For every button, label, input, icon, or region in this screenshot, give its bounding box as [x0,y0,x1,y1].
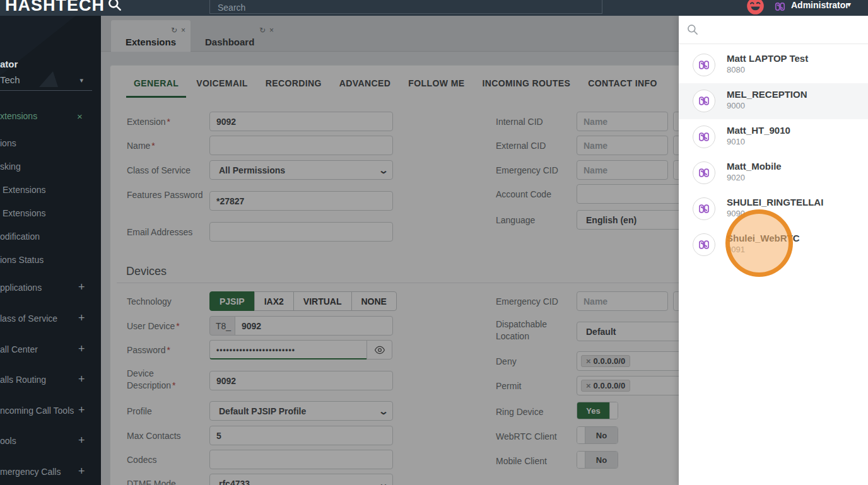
emergency-cid-label: Emergency CID [496,165,573,177]
app-logo: HASHTECH [5,0,105,15]
tab-contact-info[interactable]: CONTACT INFO [580,78,665,98]
internal-cid-name-input[interactable] [577,112,668,131]
features-password-input[interactable] [209,191,393,211]
extension-search-panel: Matt LAPTOP Test 8080 MEL_RECEPTION 9000… [679,16,868,485]
extension-number: 9000 [727,101,745,110]
tab-refresh-icon[interactable]: ↻ [259,26,266,35]
extension-input[interactable] [209,112,393,131]
feedback-emoji-icon[interactable] [746,0,765,18]
extension-link-icon[interactable] [774,1,786,15]
expand-plus-icon[interactable]: + [78,434,85,447]
expand-plus-icon[interactable]: + [78,281,85,294]
sidebar-group-label: all Center [0,344,38,354]
expand-plus-icon[interactable]: + [78,342,85,356]
name-input[interactable] [209,136,393,155]
technology-pjsip-button[interactable]: PJSIP [209,291,255,311]
tab-general[interactable]: GENERAL [126,78,186,98]
sidebar-item-extensions-active[interactable]: xtensions × [0,111,101,121]
sidebar-item[interactable]: sking [0,161,101,172]
list-item-extension[interactable]: Shulei_WebRTC 9091 [679,227,868,263]
internal-cid-label: Internal CID [496,116,573,128]
chevron-down-icon: ⌄ [378,406,389,416]
sidebar-item[interactable]: Extensions [3,185,101,195]
permit-chip-value: 0.0.0.0/0 [594,381,626,390]
window-tab-dashboard[interactable]: ↻× Dashboard [191,20,296,52]
sidebar-group[interactable]: pplications+ [0,283,101,293]
list-item-extension[interactable]: SHULEI_RINGTELLAI 9090 [679,191,868,227]
menu-search-icon[interactable] [107,0,123,15]
tab-incoming-routes[interactable]: INCOMING ROUTES [474,78,578,98]
external-cid-name-input[interactable] [577,136,668,155]
ring-device-toggle[interactable]: Yes [577,402,618,419]
tab-recording[interactable]: RECORDING [258,78,329,98]
toggle-label: No [585,427,618,443]
expand-plus-icon[interactable]: + [78,373,85,386]
list-item-extension[interactable]: Matt_HT_9010 9010 [679,119,868,155]
device-description-label: Device Description* [127,368,204,392]
codecs-input[interactable] [209,450,393,469]
dtmf-mode-select[interactable]: rfc4733⌄ [209,474,393,485]
tenant-caret-icon: ▾ [79,76,83,85]
sidebar-item[interactable]: ions [0,138,101,148]
user-menu-caret-icon[interactable]: ▾ [847,0,851,9]
technology-none-button[interactable]: NONE [351,291,397,311]
password-input[interactable] [209,340,367,359]
toggle-knob [577,452,585,468]
tab-refresh-icon[interactable]: ↻ [171,26,177,35]
show-password-button[interactable] [367,340,392,359]
user-menu[interactable]: Administrator [791,0,849,10]
extension-name: Shulei_WebRTC [727,233,800,243]
account-code-label: Account Code [496,189,573,201]
sidebar-item-close-icon[interactable]: × [77,111,83,122]
sidebar-group[interactable]: ools+ [0,436,101,446]
tab-close-icon[interactable]: × [269,26,274,35]
sidebar-item[interactable]: ions Status [0,255,101,265]
tab-voicemail[interactable]: VOICEMAIL [189,78,255,98]
avatar [693,126,715,148]
chip-remove-icon[interactable]: × [586,381,591,390]
device-description-input[interactable] [209,371,393,390]
emergency-cid-name-input[interactable] [577,160,668,180]
global-search-input[interactable] [209,0,602,14]
user-device-label: User Device* [127,320,204,332]
toggle-knob [609,402,618,419]
search-icon [686,23,699,36]
panel-search-input[interactable] [704,21,859,38]
tenant-select[interactable]: Tech ▾ [0,74,92,91]
name-label: Name* [127,140,204,152]
mobile-client-toggle[interactable]: No [577,451,618,469]
technology-virtual-button[interactable]: VIRTUAL [293,291,352,311]
tab-follow-me[interactable]: FOLLOW ME [401,78,472,98]
expand-plus-icon[interactable]: + [78,312,85,325]
sidebar-active-label: xtensions [0,111,37,121]
sidebar-group[interactable]: lass of Service+ [0,313,101,324]
max-contacts-input[interactable] [209,426,393,445]
list-item-extension[interactable]: MEL_RECEPTION 9000 [679,83,868,119]
email-addresses-input[interactable] [209,222,393,242]
user-device-input[interactable] [235,316,393,336]
toggle-knob [577,427,585,443]
webrtc-client-toggle[interactable]: No [577,426,618,444]
sidebar-group[interactable]: mergency Calls+ [0,467,101,477]
avatar [693,233,715,256]
profile-select[interactable]: Default PJSIP Profile⌄ [209,401,393,421]
sidebar-group[interactable]: all Center+ [0,344,101,354]
technology-iax2-button[interactable]: IAX2 [254,291,294,311]
chip-remove-icon[interactable]: × [586,356,591,366]
expand-plus-icon[interactable]: + [78,465,85,478]
deny-chip: ×0.0.0.0/0 [581,355,630,367]
window-tab-extensions[interactable]: ↻× Extensions [111,20,191,52]
tab-advanced[interactable]: ADVANCED [332,78,399,98]
list-item-extension[interactable]: Matt LAPTOP Test 8080 [679,47,868,83]
sidebar-group[interactable]: alls Routing+ [0,375,101,385]
expand-plus-icon[interactable]: + [78,404,85,417]
permit-label: Permit [496,380,573,392]
sidebar-item[interactable]: Extensions [3,208,101,218]
sidebar-group[interactable]: ncoming Call Tools+ [0,406,101,416]
dispatchable-location-value: Default [586,327,616,337]
list-item-extension[interactable]: Matt_Mobile 9020 [679,155,868,191]
class-of-service-select[interactable]: All Permissions⌄ [209,160,393,180]
tab-close-icon[interactable]: × [181,26,185,35]
device-emergency-cid-name-input[interactable] [577,291,668,311]
sidebar-item[interactable]: odification [0,231,101,242]
